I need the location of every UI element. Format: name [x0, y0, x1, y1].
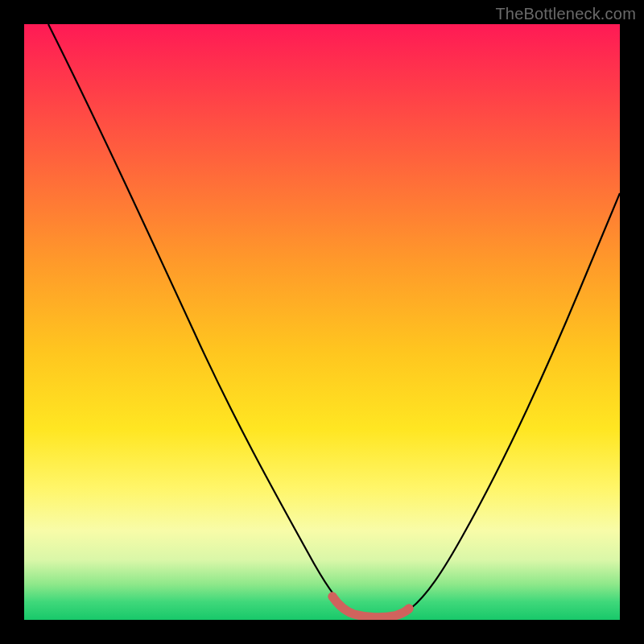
curve-svg: [24, 24, 620, 620]
notch-segment: [332, 597, 409, 617]
credit-text: TheBottleneck.com: [495, 5, 636, 23]
chart-frame: TheBottleneck.com: [0, 0, 644, 644]
bottleneck-curve: [48, 24, 620, 617]
notch-end-right: [405, 605, 414, 613]
notch-end-left: [328, 592, 337, 601]
plot-area: [24, 24, 620, 620]
